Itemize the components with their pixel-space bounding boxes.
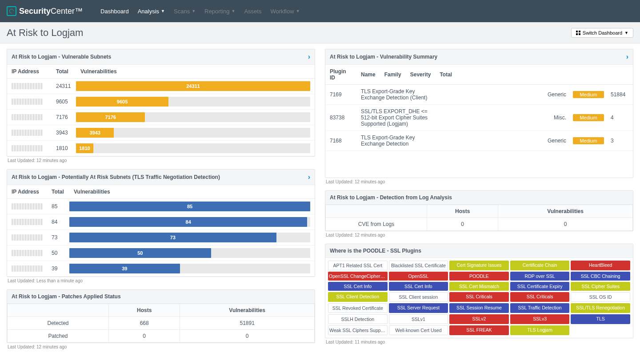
ssl-plugin-cell[interactable]: Certificate Chain [510,261,570,270]
ssl-plugin-cell[interactable]: APT1 Related SSL Cert [328,261,388,270]
ssl-plugin-cell[interactable]: SSL Revoked Certificate [328,303,388,313]
ssl-plugin-cell[interactable]: OpenSSL [389,272,448,281]
logo[interactable]: SecurityCenter™ [7,6,83,16]
bar-chart-row: 7176 [76,112,310,122]
last-updated: Last Updated: 12 minutes ago [325,178,633,187]
ssl-plugin-cell[interactable]: SSL Cert Mismatch [449,282,509,291]
ssl-plugin-cell[interactable]: SSL Server Request [389,303,448,313]
last-updated: Last Updated: 11 minutes ago [325,338,633,347]
ssl-plugin-cell[interactable]: Cert Signature Issues [449,261,509,270]
bar-chart-row: 1810 [76,143,310,153]
ssl-plugin-cell[interactable]: SSL/TLS Renegotiation [571,303,630,313]
ssl-plugin-cell[interactable]: RDP over SSL [510,272,570,281]
plugin-id: 7169 [325,85,356,105]
patches-table: Hosts Vulnerabilities Detected66851891Pa… [7,304,315,343]
severity-badge: Medium [573,137,604,144]
ssl-plugin-cell[interactable]: Weak SSL Ciphers Supported [328,325,388,335]
ssl-plugin-cell[interactable]: SSL Cert Info [328,282,388,291]
nav-assets[interactable]: Assets [244,8,261,15]
table-row[interactable]: 39 39 [7,261,315,277]
table-row[interactable]: 50 50 [7,245,315,261]
ssl-plugin-cell[interactable]: HeartBleed [571,261,630,270]
nav-scans[interactable]: Scans▼ [174,8,196,15]
hosts-value: 668 [109,317,180,330]
chevron-right-icon[interactable]: › [308,173,310,181]
panel-log-analysis: At Risk to Logjam - Detection from Log A… [325,190,633,231]
table-row[interactable]: 24311 24311 [7,79,315,94]
chevron-right-icon[interactable]: › [308,53,310,61]
table-row[interactable]: 3943 3943 [7,125,315,141]
table-row[interactable]: 9605 9605 [7,94,315,110]
chevron-down-icon: ▼ [231,9,235,13]
table-row[interactable]: 1810 1810 [7,141,315,156]
ssl-plugin-cell[interactable]: POODLE [449,272,509,281]
table-row[interactable]: Patched00 [8,330,315,343]
ssl-plugin-cell[interactable]: TLS [571,314,630,324]
ssl-plugin-cell[interactable]: SSLv2 [449,314,509,324]
row-label: CVE from Logs [326,218,427,231]
nav-analysis[interactable]: Analysis▼ [138,8,165,15]
ssl-plugin-cell[interactable]: SSLH Detection [328,314,388,324]
nav-workflow[interactable]: Workflow▼ [270,8,300,15]
total-value: 3 [611,138,628,144]
total-value: 50 [47,245,69,261]
ssl-plugin-cell[interactable]: SSL FREAK [449,325,509,335]
nav-dashboard[interactable]: Dashboard [100,8,129,15]
total-value: 9605 [52,94,76,110]
panel-potential-subnets: At Risk to Logjam - Potentially At Risk … [7,169,315,277]
panel-potential-subnets-wrapper: At Risk to Logjam - Potentially At Risk … [7,169,315,286]
family-value: Generic [548,138,566,144]
table-row[interactable]: 73 73 [7,230,315,245]
ssl-plugin-cell[interactable]: SSL OS ID [571,292,630,302]
last-updated: Last Updated: Less than a minute ago [7,277,315,286]
table-row[interactable]: 84 84 [7,214,315,230]
ssl-plugin-cell[interactable]: SSL Traffic Detection [510,303,570,313]
table-row[interactable]: Detected66851891 [8,317,315,330]
switch-dashboard-button[interactable]: Switch Dashboard ▼ [571,28,633,38]
ssl-plugin-cell[interactable]: SSL Client session [389,292,448,302]
panel-patches: At Risk to Logjam - Patches Applied Stat… [7,289,315,343]
table-row[interactable]: 85 85 [7,199,315,214]
ssl-plugin-cell[interactable]: Well-known Cert Used [389,325,448,335]
ssl-plugin-cell[interactable]: SSLv3 [510,314,570,324]
ip-redacted [12,114,43,120]
table-row[interactable]: 7169 TLS Export-Grade Key Exchange Detec… [325,85,633,105]
ssl-plugin-cell[interactable]: SSL Cert Info [389,282,448,291]
chevron-down-icon: ▼ [624,31,628,35]
ssl-plugin-cell[interactable]: SSL Criticals [449,292,509,302]
ssl-plugin-cell[interactable]: SSL Certificate Expiry [510,282,570,291]
nav-reporting[interactable]: Reporting▼ [204,8,235,15]
panel-title: At Risk to Logjam - Detection from Log A… [330,194,452,201]
panel-patches-wrapper: At Risk to Logjam - Patches Applied Stat… [7,289,315,352]
right-column: At Risk to Logjam - Vulnerability Summar… [325,49,633,347]
panel-title: At Risk to Logjam - Patches Applied Stat… [12,293,121,300]
table-row[interactable]: 7168 TLS Export-Grade Key Exchange Detec… [325,131,633,151]
chevron-right-icon[interactable]: › [626,53,628,61]
table-row[interactable]: CVE from Logs00 [326,218,633,231]
total-value: 24311 [52,79,76,94]
bar-chart-row: 50 [69,248,310,258]
plugin-name: TLS Export-Grade Key Exchange Detection … [356,85,435,105]
ssl-plugin-cell[interactable]: Blacklisted SSL Certificate [389,261,448,270]
ssl-plugin-cell[interactable]: SSL Cipher Suites [571,282,630,291]
vuln-summary-table: Plugin ID Name Family Severity Total 716… [325,65,633,151]
table-row[interactable]: 7176 7176 [7,110,315,125]
panel-vulnerable-subnets-wrapper: At Risk to Logjam - Vulnerable Subnets ›… [7,49,315,166]
vuln-value: 0 [498,218,633,231]
ssl-plugin-cell[interactable]: OpenSSL ChangeCipherSpec [328,272,388,281]
ssl-plugin-cell[interactable]: SSL Client Detection [328,292,388,302]
plugin-name: SSL/TLS EXPORT_DHE <= 512-bit Export Cip… [356,105,435,131]
plugin-name: TLS Export-Grade Key Exchange Detection [356,131,435,151]
ssl-plugin-cell[interactable]: SSL Criticals [510,292,570,302]
total-value: 3943 [52,125,76,141]
ip-redacted [12,234,43,241]
ssl-plugin-cell[interactable]: SSLv1 [389,314,448,324]
ssl-plugin-cell[interactable]: SSL Session Resume [449,303,509,313]
family-value: Misc. [554,115,566,121]
bar-chart-row: 9605 [76,97,310,107]
ssl-plugin-cell[interactable]: TLS Logjam [510,325,570,335]
ip-redacted [12,83,43,89]
table-row[interactable]: 83738 SSL/TLS EXPORT_DHE <= 512-bit Expo… [325,105,633,131]
panel-title: At Risk to Logjam - Potentially At Risk … [12,174,220,180]
ssl-plugin-cell[interactable]: SSL CBC Chaining [571,272,630,281]
